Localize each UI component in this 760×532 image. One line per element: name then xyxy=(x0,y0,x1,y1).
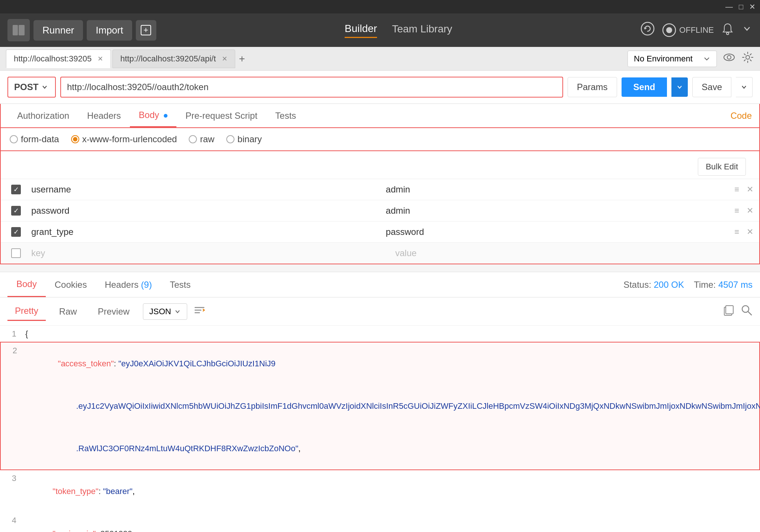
svg-point-10 xyxy=(746,55,750,59)
notification-icon[interactable] xyxy=(721,22,734,38)
row-4-value[interactable]: value xyxy=(389,248,753,258)
pretty-tab[interactable]: Pretty xyxy=(7,302,46,321)
delete-icon[interactable]: ✕ xyxy=(747,185,753,194)
row-2-value[interactable]: admin xyxy=(380,206,735,216)
close-button[interactable]: ✕ xyxy=(749,3,756,10)
tab-1[interactable]: http://localhost:39205 ✕ xyxy=(6,50,111,68)
env-dropdown[interactable]: No Environment xyxy=(628,51,717,67)
params-button[interactable]: Params xyxy=(568,77,617,97)
drag-icon: ≡ xyxy=(734,206,739,216)
svg-rect-15 xyxy=(726,306,733,314)
code-line: .eyJ1c2VyaWQiOiIxIiwidXNlcm5hbWUiOiJhZG1… xyxy=(1,385,759,427)
response-headers-tab[interactable]: Headers (9) xyxy=(96,273,161,297)
tab-2[interactable]: http://localhost:39205/api/t ✕ xyxy=(112,50,235,68)
svg-point-4 xyxy=(641,22,654,35)
code-link[interactable]: Code xyxy=(731,111,752,121)
delete-icon[interactable]: ✕ xyxy=(747,206,753,216)
table-row: ✓ grant_type password ≡ ✕ xyxy=(1,221,759,242)
response-area: Body Cookies Headers (9) Tests Status: 2… xyxy=(0,272,760,532)
binary-option[interactable]: binary xyxy=(226,134,262,144)
form-data-radio[interactable] xyxy=(10,135,18,143)
response-cookies-tab[interactable]: Cookies xyxy=(46,273,96,297)
url-input[interactable] xyxy=(60,77,563,98)
svg-line-17 xyxy=(748,312,751,315)
minimize-button[interactable]: — xyxy=(725,3,733,10)
binary-radio[interactable] xyxy=(226,135,234,143)
add-tab-button[interactable]: + xyxy=(235,53,249,65)
nav-center-tabs: Builder Team Library xyxy=(160,23,637,38)
drag-icon: ≡ xyxy=(734,185,739,194)
maximize-button[interactable]: □ xyxy=(739,3,743,10)
headers-tab[interactable]: Headers xyxy=(78,105,130,127)
bulk-edit-button[interactable]: Bulk Edit xyxy=(698,158,746,176)
env-selector: No Environment xyxy=(628,51,754,67)
code-line: 3 "token_type": "bearer", xyxy=(0,470,760,513)
svg-point-7 xyxy=(727,32,729,35)
checkbox-checked[interactable]: ✓ xyxy=(11,206,21,216)
menu-chevron-icon[interactable] xyxy=(741,23,753,37)
row-4-checkbox[interactable] xyxy=(7,248,25,258)
code-line: .RaWlJC3OF0RNz4mLtuW4uQtRKDHF8RXwZwzIcbZ… xyxy=(1,427,759,469)
sidebar-toggle-button[interactable] xyxy=(7,19,30,41)
response-tests-tab[interactable]: Tests xyxy=(161,273,199,297)
new-tab-button[interactable]: + xyxy=(136,20,156,41)
row-1-key[interactable]: username xyxy=(25,184,380,195)
svg-point-8 xyxy=(724,54,734,61)
preview-tab[interactable]: Preview xyxy=(90,303,137,321)
row-1-checkbox[interactable]: ✓ xyxy=(7,185,25,194)
title-bar: — □ ✕ xyxy=(0,0,760,13)
pre-request-tab[interactable]: Pre-request Script xyxy=(176,105,266,127)
checkbox-checked[interactable]: ✓ xyxy=(11,227,21,237)
sync-icon[interactable] xyxy=(641,22,655,39)
row-2-actions: ≡ ✕ xyxy=(734,206,753,216)
form-data-option[interactable]: form-data xyxy=(10,134,59,144)
checkbox-unchecked[interactable] xyxy=(11,248,21,258)
svg-rect-0 xyxy=(13,25,18,35)
json-dropdown[interactable]: JSON xyxy=(143,303,187,320)
tests-tab[interactable]: Tests xyxy=(266,105,305,127)
code-line: 2 "access_token": "eyJ0eXAiOiJKV1QiLCJhb… xyxy=(1,343,759,385)
form-table: Bulk Edit ✓ username admin ≡ ✕ ✓ passwor… xyxy=(0,151,760,264)
response-status: Status: 200 OK Time: 4507 ms xyxy=(623,280,753,290)
nav-right: OFFLINE xyxy=(641,22,753,39)
tab-1-close[interactable]: ✕ xyxy=(98,55,103,63)
checkbox-checked[interactable]: ✓ xyxy=(11,185,21,194)
svg-point-6 xyxy=(666,27,672,33)
drag-icon: ≡ xyxy=(734,227,739,237)
urlencoded-radio[interactable] xyxy=(71,135,79,143)
row-3-value[interactable]: password xyxy=(380,227,735,237)
builder-tab[interactable]: Builder xyxy=(345,23,377,38)
row-1-value[interactable]: admin xyxy=(380,184,735,195)
tab-2-close[interactable]: ✕ xyxy=(222,55,227,63)
delete-icon[interactable]: ✕ xyxy=(747,227,753,237)
raw-option[interactable]: raw xyxy=(189,134,214,144)
row-2-key[interactable]: password xyxy=(25,206,380,216)
raw-radio[interactable] xyxy=(189,135,197,143)
authorization-tab[interactable]: Authorization xyxy=(8,105,78,127)
response-body-tab[interactable]: Body xyxy=(7,272,46,297)
team-library-tab[interactable]: Team Library xyxy=(392,23,452,38)
search-icon[interactable] xyxy=(741,304,753,319)
send-dropdown-button[interactable] xyxy=(671,77,688,97)
method-select[interactable]: POST xyxy=(7,77,56,98)
body-tab[interactable]: Body xyxy=(130,104,176,127)
wrap-icon[interactable] xyxy=(193,304,206,319)
runner-button[interactable]: Runner xyxy=(33,20,83,41)
svg-point-9 xyxy=(727,55,731,59)
raw-tab[interactable]: Raw xyxy=(52,303,84,321)
table-row: key value xyxy=(1,242,759,264)
row-3-actions: ≡ ✕ xyxy=(734,227,753,237)
save-dropdown-button[interactable] xyxy=(736,77,753,97)
copy-icon[interactable] xyxy=(723,304,735,319)
settings-icon[interactable] xyxy=(741,51,754,66)
send-button[interactable]: Send xyxy=(622,77,667,97)
import-button[interactable]: Import xyxy=(87,20,132,41)
save-button[interactable]: Save xyxy=(692,77,731,97)
row-3-checkbox[interactable]: ✓ xyxy=(7,227,25,237)
row-4-key[interactable]: key xyxy=(25,248,389,258)
row-3-key[interactable]: grant_type xyxy=(25,227,380,237)
urlencoded-option[interactable]: x-www-form-urlencoded xyxy=(71,134,177,144)
eye-icon[interactable] xyxy=(723,51,735,66)
body-tab-dot xyxy=(164,114,167,118)
row-2-checkbox[interactable]: ✓ xyxy=(7,206,25,216)
